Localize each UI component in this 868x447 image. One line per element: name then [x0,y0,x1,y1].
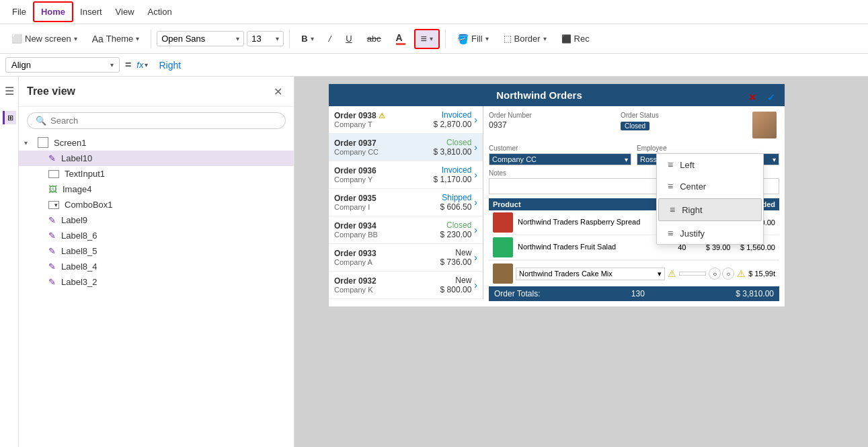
image4-label: Image4 [63,184,91,194]
font-color-button[interactable]: A [390,29,411,48]
align-button[interactable]: ≡ ▾ [414,29,440,49]
fx-chevron: ▾ [145,61,148,69]
underline-button[interactable]: U [340,30,358,47]
footer-qty-input[interactable] [679,272,706,276]
confirm-edit-icon[interactable]: ✓ [763,89,779,106]
order-0936-num: Order 0936 [334,166,428,175]
font-size-select[interactable]: 13 ▾ [247,31,284,46]
order-0933-arrow[interactable]: › [474,252,477,263]
customer-select[interactable]: Company CC ▾ [489,153,631,165]
field-selector[interactable]: Align ▾ [5,57,120,73]
order-number-field: Order Number 0937 [489,112,615,140]
search-icon: 🔍 [36,116,46,126]
new-screen-button[interactable]: ⬜ New screen ▾ [5,30,83,47]
order-0937-company: Company CC [334,148,428,156]
border-chevron: ▾ [543,35,547,42]
employee-photo [752,112,777,138]
bold-chevron: ▾ [311,35,314,42]
order-0937-arrow[interactable]: › [474,142,477,153]
sidebar-icon-layers[interactable]: ⊞ [3,111,16,124]
theme-button[interactable]: Aa Theme ▾ [86,30,146,48]
footer-product-thumb [493,263,513,284]
tree-item-label8-5[interactable]: ✎ Label8_5 [19,243,294,259]
tree-item-combobox1[interactable]: ▾ ComboBox1 [19,197,294,212]
order-0934-arrow[interactable]: › [474,225,477,235]
menu-bar: File Home Insert View Action [0,0,868,24]
align-center-option[interactable]: ≡ Center [657,175,763,197]
border-button[interactable]: ⬚ Border ▾ [498,30,553,47]
order-0932-status: New [455,276,471,285]
main-layout: ☰ ⊞ Tree view ✕ 🔍 ▾ Screen1 ✎ Label10 [0,77,868,447]
order-0933[interactable]: Order 0933 Company A New $ 736.00 › [329,244,483,272]
order-0932[interactable]: Order 0932 Company K New $ 800.00 › [329,272,483,299]
tree-item-textinput1[interactable]: TextInput1 [19,166,294,181]
label8-6-label: Label8_6 [61,231,97,241]
combo-icon: ▾ [48,201,59,209]
fill-button[interactable]: 🪣 Fill ▾ [451,30,495,48]
tree-item-image4[interactable]: 🖼 Image4 [19,181,294,197]
footer-extended-value: $ 15,99t [748,270,775,278]
employee-photo-inner [752,112,777,138]
label9-icon: ✎ [48,215,56,225]
footer-warn-icon-2: ⚠ [737,268,746,279]
order-0938-arrow[interactable]: › [474,114,477,125]
order-0935[interactable]: Order 0935 Company I Shipped $ 606.50 › [329,189,483,216]
order-0934[interactable]: Order 0934 Company BB Closed $ 230.00 › [329,216,483,244]
order-0932-arrow[interactable]: › [474,280,477,290]
tree-item-label10[interactable]: ✎ Label10 [19,151,294,166]
menu-file[interactable]: File [5,3,33,21]
footer-icon-1[interactable]: ○ [709,268,721,280]
order-0936-arrow[interactable]: › [474,169,477,180]
tree-item-label9[interactable]: ✎ Label9 [19,212,294,228]
align-right-option[interactable]: ≡ Right [658,198,762,221]
italic-label: / [329,34,331,44]
menu-view[interactable]: View [109,3,141,21]
order-0937-num: Order 0937 [334,138,428,148]
tree-item-screen1[interactable]: ▾ Screen1 [19,134,294,151]
sidebar-menu-icon[interactable]: ☰ [2,82,17,100]
align-justify-icon: ≡ [668,228,673,239]
italic-button[interactable]: / [323,30,338,47]
strikethrough-button[interactable]: abc [361,30,387,47]
order-0935-status: Shipped [442,193,471,202]
tree-item-label8-4[interactable]: ✎ Label8_4 [19,259,294,274]
footer-icon-2[interactable]: ○ [722,268,734,280]
order-0937-amount: $ 3,810.00 [434,147,472,157]
order-0937[interactable]: Order 0937 Company CC Closed $ 3,810.00 … [329,134,483,161]
menu-action[interactable]: Action [141,3,179,21]
order-0936-company: Company Y [334,175,428,184]
footer-product-select[interactable]: Northwind Traders Cake Mix ▾ [516,268,665,280]
order-0936[interactable]: Order 0936 Company Y Invoiced $ 1,170.00… [329,161,483,189]
menu-home[interactable]: Home [33,1,73,22]
fx-button[interactable]: fx ▾ [136,60,148,70]
northwind-header: Northwind Orders ✕ ✓ [329,84,785,106]
rec-button[interactable]: ⬛ Rec [555,30,596,47]
label8-5-label: Label8_5 [61,246,97,256]
align-right-icon: ≡ [670,204,675,215]
order-0936-right: Invoiced $ 1,170.00 [428,165,471,184]
nw-totals-row: Order Totals: 130 $ 3,810.00 [489,286,779,301]
font-name: Open Sans [161,34,205,44]
tree-item-label8-6[interactable]: ✎ Label8_6 [19,228,294,243]
font-select[interactable]: Open Sans ▾ [157,31,244,46]
align-chevron: ▾ [430,35,433,42]
product-1-name: Northwind Traders Fruit Salad [489,235,651,260]
order-0938-num: Order 0938 ⚠ [334,111,428,120]
order-0935-arrow[interactable]: › [474,197,477,208]
tree-close-button[interactable]: ✕ [270,83,286,99]
search-input[interactable] [50,116,277,126]
align-justify-option[interactable]: ≡ Justify [657,222,763,244]
order-0938[interactable]: Order 0938 ⚠ Company T Invoiced $ 2,870.… [329,106,483,134]
tree-header: Tree view ✕ [19,77,294,107]
menu-insert[interactable]: Insert [73,3,109,21]
close-edit-icon[interactable]: ✕ [744,89,760,106]
bold-button[interactable]: B ▾ [295,30,319,47]
align-left-option[interactable]: ≡ Left [657,154,763,175]
new-screen-icon: ⬜ [11,34,22,44]
align-left-icon: ≡ [668,159,673,170]
formula-value[interactable]: Right [153,60,863,71]
order-0933-amount: $ 736.00 [440,257,472,267]
order-0938-amount: $ 2,870.00 [434,120,472,129]
tree-item-label3-2[interactable]: ✎ Label3_2 [19,274,294,290]
product-0-thumb [493,212,513,233]
